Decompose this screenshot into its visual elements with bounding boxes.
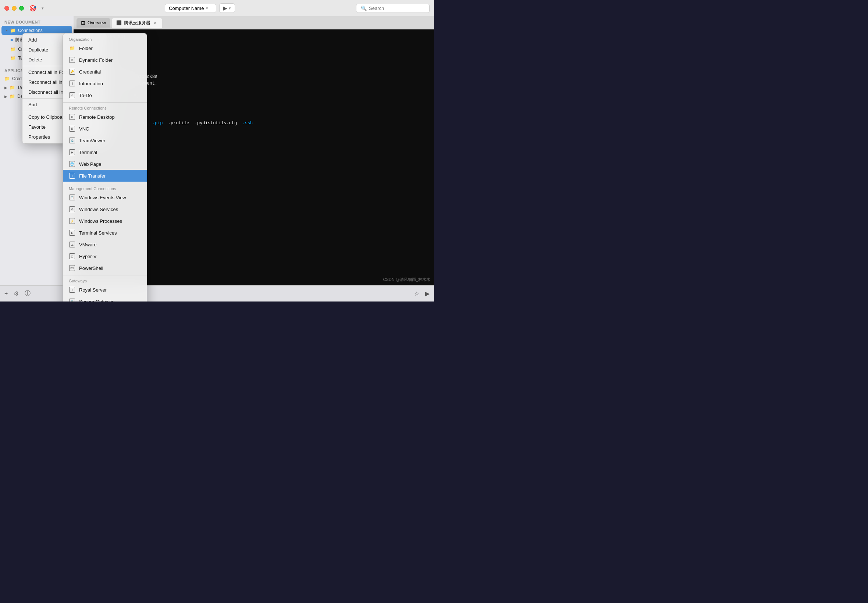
submenu-sep-1 bbox=[63, 102, 147, 103]
submenu-folder[interactable]: 📁 Folder bbox=[63, 42, 147, 54]
dynamic-folder-icon: ⚙ bbox=[69, 57, 76, 63]
terminal-services-label: Terminal Services bbox=[79, 230, 117, 236]
submenu-windows-processes[interactable]: ⚡ Windows Processes bbox=[63, 215, 147, 227]
royal-server-icon: ♦ bbox=[69, 286, 76, 293]
credential-icon: 🔑 bbox=[69, 68, 76, 75]
submenu-credential[interactable]: 🔑 Credential bbox=[63, 66, 147, 77]
terminal-icon: ▶ bbox=[69, 149, 76, 156]
hyperv-label: Hyper-V bbox=[79, 254, 97, 259]
properties-left: Properties bbox=[28, 134, 50, 140]
secure-gateway-icon: 🔒 bbox=[69, 298, 76, 302]
credential-label: Credential bbox=[79, 69, 101, 75]
submenu-secure-gateway[interactable]: 🔒 Secure Gateway bbox=[63, 295, 147, 302]
section-organization: Organization bbox=[63, 35, 147, 42]
teamviewer-label: TeamViewer bbox=[79, 138, 105, 144]
submenu-vnc[interactable]: 🖥 VNC bbox=[63, 123, 147, 135]
copy-clipboard-label: Copy to Clipboard bbox=[28, 114, 67, 120]
vmware-label: VMware bbox=[79, 242, 97, 247]
properties-label: Properties bbox=[28, 134, 50, 140]
submenu-webpage[interactable]: 🌐 Web Page bbox=[63, 158, 147, 170]
favorite-label: Favorite bbox=[28, 124, 46, 130]
windows-events-label: Windows Events View bbox=[79, 195, 126, 200]
submenu-powershell[interactable]: PS PowerShell bbox=[63, 262, 147, 274]
submenu-hyperv[interactable]: ◻ Hyper-V bbox=[63, 250, 147, 262]
powershell-icon: PS bbox=[69, 265, 76, 271]
vmware-icon: ☁ bbox=[69, 241, 76, 248]
submenu-todo[interactable]: ✓ To-Do bbox=[63, 89, 147, 101]
menu-item-add-left: Add bbox=[28, 37, 37, 43]
vnc-icon: 🖥 bbox=[69, 125, 76, 132]
windows-processes-label: Windows Processes bbox=[79, 218, 122, 224]
terminal-services-icon: ▶ bbox=[69, 229, 76, 236]
submenu-vmware[interactable]: ☁ VMware bbox=[63, 239, 147, 250]
royal-server-label: Royal Server bbox=[79, 287, 107, 293]
todo-label: To-Do bbox=[79, 93, 92, 98]
add-label: Add bbox=[28, 37, 37, 43]
section-management: Management Connections bbox=[63, 184, 147, 192]
submenu-royal-server[interactable]: ♦ Royal Server bbox=[63, 284, 147, 295]
duplicate-left: Duplicate bbox=[28, 47, 48, 53]
information-label: Information bbox=[79, 81, 103, 87]
dynamic-folder-label: Dynamic Folder bbox=[79, 57, 113, 63]
vnc-label: VNC bbox=[79, 126, 89, 131]
context-menu-overlay: Add ▶ Duplicate Delete ⌘⌫ Connect all in… bbox=[0, 0, 434, 302]
remote-desktop-label: Remote Desktop bbox=[79, 114, 115, 120]
delete-left: Delete bbox=[28, 57, 42, 62]
submenu-dynamic-folder[interactable]: ⚙ Dynamic Folder bbox=[63, 54, 147, 66]
submenu-sep-2 bbox=[63, 183, 147, 183]
submenu-teamviewer[interactable]: 📡 TeamViewer bbox=[63, 135, 147, 146]
sort-left: Sort bbox=[28, 102, 37, 107]
remote-desktop-icon: 🖥 bbox=[69, 114, 76, 120]
copy-left: Copy to Clipboard bbox=[28, 114, 67, 120]
windows-events-icon: 📋 bbox=[69, 194, 76, 201]
todo-icon: ✓ bbox=[69, 92, 76, 99]
submenu-file-transfer[interactable]: ↕ File Transfer bbox=[63, 170, 147, 182]
windows-services-icon: ⚙ bbox=[69, 206, 76, 212]
hyperv-icon: ◻ bbox=[69, 253, 76, 260]
context-menu-right: Organization 📁 Folder ⚙ Dynamic Folder 🔑… bbox=[62, 33, 147, 302]
section-gateways: Gateways bbox=[63, 277, 147, 284]
information-icon: ℹ bbox=[69, 80, 76, 87]
webpage-icon: 🌐 bbox=[69, 161, 76, 167]
submenu-information[interactable]: ℹ Information bbox=[63, 77, 147, 89]
duplicate-label: Duplicate bbox=[28, 47, 48, 53]
folder-label: Folder bbox=[79, 46, 93, 51]
section-remote-connections: Remote Connections bbox=[63, 104, 147, 111]
submenu-terminal-services[interactable]: ▶ Terminal Services bbox=[63, 227, 147, 239]
secure-gateway-label: Secure Gateway bbox=[79, 299, 114, 302]
windows-processes-icon: ⚡ bbox=[69, 218, 76, 224]
sort-label: Sort bbox=[28, 102, 37, 107]
powershell-label: PowerShell bbox=[79, 266, 103, 271]
submenu-remote-desktop[interactable]: 🖥 Remote Desktop bbox=[63, 111, 147, 123]
submenu-windows-events[interactable]: 📋 Windows Events View bbox=[63, 192, 147, 203]
file-transfer-label: File Transfer bbox=[79, 173, 105, 179]
terminal-label: Terminal bbox=[79, 150, 97, 155]
folder-icon: 📁 bbox=[69, 45, 76, 51]
webpage-label: Web Page bbox=[79, 161, 101, 167]
teamviewer-icon: 📡 bbox=[69, 137, 76, 144]
file-transfer-icon: ↕ bbox=[69, 172, 76, 179]
submenu-sep-3 bbox=[63, 275, 147, 275]
delete-label: Delete bbox=[28, 57, 42, 62]
submenu-terminal[interactable]: ▶ Terminal bbox=[63, 146, 147, 158]
submenu-windows-services[interactable]: ⚙ Windows Services bbox=[63, 203, 147, 215]
windows-services-label: Windows Services bbox=[79, 207, 118, 212]
